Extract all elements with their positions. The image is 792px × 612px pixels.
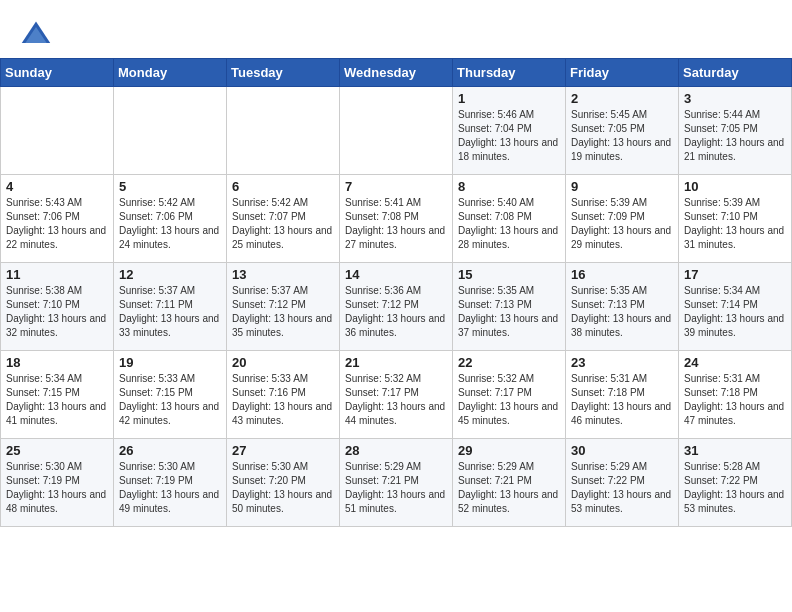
day-cell: 29Sunrise: 5:29 AM Sunset: 7:21 PM Dayli… [453,439,566,527]
day-number: 9 [571,179,673,194]
day-number: 14 [345,267,447,282]
day-number: 12 [119,267,221,282]
day-number: 20 [232,355,334,370]
day-number: 24 [684,355,786,370]
day-info: Sunrise: 5:28 AM Sunset: 7:22 PM Dayligh… [684,460,786,516]
day-cell: 7Sunrise: 5:41 AM Sunset: 7:08 PM Daylig… [340,175,453,263]
day-cell: 30Sunrise: 5:29 AM Sunset: 7:22 PM Dayli… [566,439,679,527]
day-cell: 9Sunrise: 5:39 AM Sunset: 7:09 PM Daylig… [566,175,679,263]
day-number: 5 [119,179,221,194]
day-number: 10 [684,179,786,194]
day-cell: 24Sunrise: 5:31 AM Sunset: 7:18 PM Dayli… [679,351,792,439]
day-info: Sunrise: 5:31 AM Sunset: 7:18 PM Dayligh… [571,372,673,428]
day-number: 19 [119,355,221,370]
calendar-body: 1Sunrise: 5:46 AM Sunset: 7:04 PM Daylig… [1,87,792,527]
day-info: Sunrise: 5:30 AM Sunset: 7:19 PM Dayligh… [6,460,108,516]
day-header-wednesday: Wednesday [340,59,453,87]
day-info: Sunrise: 5:35 AM Sunset: 7:13 PM Dayligh… [458,284,560,340]
day-cell: 15Sunrise: 5:35 AM Sunset: 7:13 PM Dayli… [453,263,566,351]
day-number: 25 [6,443,108,458]
day-cell: 20Sunrise: 5:33 AM Sunset: 7:16 PM Dayli… [227,351,340,439]
week-row-5: 25Sunrise: 5:30 AM Sunset: 7:19 PM Dayli… [1,439,792,527]
day-cell: 23Sunrise: 5:31 AM Sunset: 7:18 PM Dayli… [566,351,679,439]
day-cell: 14Sunrise: 5:36 AM Sunset: 7:12 PM Dayli… [340,263,453,351]
day-info: Sunrise: 5:43 AM Sunset: 7:06 PM Dayligh… [6,196,108,252]
page-header [0,0,792,58]
day-cell [227,87,340,175]
day-cell: 27Sunrise: 5:30 AM Sunset: 7:20 PM Dayli… [227,439,340,527]
day-number: 31 [684,443,786,458]
day-info: Sunrise: 5:33 AM Sunset: 7:15 PM Dayligh… [119,372,221,428]
day-cell: 21Sunrise: 5:32 AM Sunset: 7:17 PM Dayli… [340,351,453,439]
day-number: 26 [119,443,221,458]
day-number: 28 [345,443,447,458]
day-cell: 3Sunrise: 5:44 AM Sunset: 7:05 PM Daylig… [679,87,792,175]
day-info: Sunrise: 5:29 AM Sunset: 7:21 PM Dayligh… [345,460,447,516]
day-info: Sunrise: 5:29 AM Sunset: 7:22 PM Dayligh… [571,460,673,516]
day-number: 17 [684,267,786,282]
day-number: 22 [458,355,560,370]
day-header-friday: Friday [566,59,679,87]
day-info: Sunrise: 5:39 AM Sunset: 7:10 PM Dayligh… [684,196,786,252]
day-info: Sunrise: 5:38 AM Sunset: 7:10 PM Dayligh… [6,284,108,340]
day-info: Sunrise: 5:45 AM Sunset: 7:05 PM Dayligh… [571,108,673,164]
day-cell: 1Sunrise: 5:46 AM Sunset: 7:04 PM Daylig… [453,87,566,175]
day-info: Sunrise: 5:42 AM Sunset: 7:06 PM Dayligh… [119,196,221,252]
day-number: 1 [458,91,560,106]
day-number: 4 [6,179,108,194]
day-cell [1,87,114,175]
calendar-header-row: SundayMondayTuesdayWednesdayThursdayFrid… [1,59,792,87]
day-number: 13 [232,267,334,282]
day-number: 11 [6,267,108,282]
day-info: Sunrise: 5:32 AM Sunset: 7:17 PM Dayligh… [458,372,560,428]
day-number: 23 [571,355,673,370]
day-header-thursday: Thursday [453,59,566,87]
day-cell: 25Sunrise: 5:30 AM Sunset: 7:19 PM Dayli… [1,439,114,527]
day-cell: 2Sunrise: 5:45 AM Sunset: 7:05 PM Daylig… [566,87,679,175]
day-info: Sunrise: 5:35 AM Sunset: 7:13 PM Dayligh… [571,284,673,340]
day-info: Sunrise: 5:37 AM Sunset: 7:12 PM Dayligh… [232,284,334,340]
day-info: Sunrise: 5:32 AM Sunset: 7:17 PM Dayligh… [345,372,447,428]
day-cell: 31Sunrise: 5:28 AM Sunset: 7:22 PM Dayli… [679,439,792,527]
day-number: 8 [458,179,560,194]
day-number: 16 [571,267,673,282]
day-cell: 10Sunrise: 5:39 AM Sunset: 7:10 PM Dayli… [679,175,792,263]
day-cell: 13Sunrise: 5:37 AM Sunset: 7:12 PM Dayli… [227,263,340,351]
day-number: 6 [232,179,334,194]
day-info: Sunrise: 5:39 AM Sunset: 7:09 PM Dayligh… [571,196,673,252]
day-cell: 11Sunrise: 5:38 AM Sunset: 7:10 PM Dayli… [1,263,114,351]
day-number: 2 [571,91,673,106]
day-info: Sunrise: 5:34 AM Sunset: 7:14 PM Dayligh… [684,284,786,340]
day-cell: 6Sunrise: 5:42 AM Sunset: 7:07 PM Daylig… [227,175,340,263]
calendar-header: SundayMondayTuesdayWednesdayThursdayFrid… [1,59,792,87]
day-cell [340,87,453,175]
day-cell: 19Sunrise: 5:33 AM Sunset: 7:15 PM Dayli… [114,351,227,439]
day-info: Sunrise: 5:31 AM Sunset: 7:18 PM Dayligh… [684,372,786,428]
day-info: Sunrise: 5:29 AM Sunset: 7:21 PM Dayligh… [458,460,560,516]
week-row-1: 1Sunrise: 5:46 AM Sunset: 7:04 PM Daylig… [1,87,792,175]
day-cell: 12Sunrise: 5:37 AM Sunset: 7:11 PM Dayli… [114,263,227,351]
day-info: Sunrise: 5:41 AM Sunset: 7:08 PM Dayligh… [345,196,447,252]
day-number: 21 [345,355,447,370]
day-cell: 22Sunrise: 5:32 AM Sunset: 7:17 PM Dayli… [453,351,566,439]
week-row-3: 11Sunrise: 5:38 AM Sunset: 7:10 PM Dayli… [1,263,792,351]
day-info: Sunrise: 5:33 AM Sunset: 7:16 PM Dayligh… [232,372,334,428]
day-cell: 8Sunrise: 5:40 AM Sunset: 7:08 PM Daylig… [453,175,566,263]
day-header-monday: Monday [114,59,227,87]
day-cell: 17Sunrise: 5:34 AM Sunset: 7:14 PM Dayli… [679,263,792,351]
day-header-tuesday: Tuesday [227,59,340,87]
day-info: Sunrise: 5:46 AM Sunset: 7:04 PM Dayligh… [458,108,560,164]
day-cell: 4Sunrise: 5:43 AM Sunset: 7:06 PM Daylig… [1,175,114,263]
day-number: 3 [684,91,786,106]
day-cell: 16Sunrise: 5:35 AM Sunset: 7:13 PM Dayli… [566,263,679,351]
day-info: Sunrise: 5:37 AM Sunset: 7:11 PM Dayligh… [119,284,221,340]
day-info: Sunrise: 5:30 AM Sunset: 7:19 PM Dayligh… [119,460,221,516]
day-header-saturday: Saturday [679,59,792,87]
week-row-2: 4Sunrise: 5:43 AM Sunset: 7:06 PM Daylig… [1,175,792,263]
day-info: Sunrise: 5:42 AM Sunset: 7:07 PM Dayligh… [232,196,334,252]
day-number: 15 [458,267,560,282]
day-number: 27 [232,443,334,458]
day-info: Sunrise: 5:36 AM Sunset: 7:12 PM Dayligh… [345,284,447,340]
day-info: Sunrise: 5:40 AM Sunset: 7:08 PM Dayligh… [458,196,560,252]
week-row-4: 18Sunrise: 5:34 AM Sunset: 7:15 PM Dayli… [1,351,792,439]
